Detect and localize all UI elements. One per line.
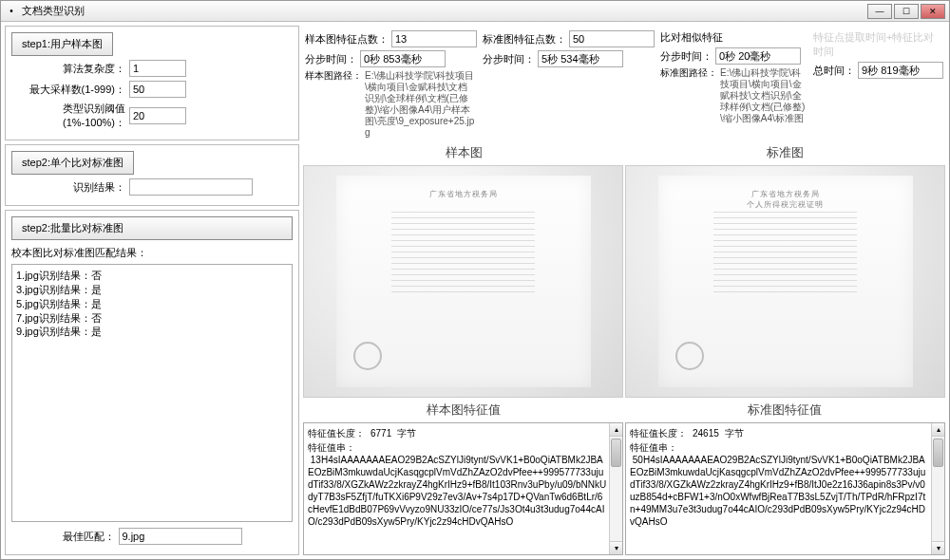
step2-batch-panel: step2:批量比对标准图 校本图比对标准图匹配结果： 1.jpg识别结果：否 …: [5, 210, 299, 555]
scroll-up-icon[interactable]: ▴: [932, 423, 944, 437]
feature-string-label: 特征值串：: [630, 441, 929, 454]
feature-values: 特征值长度： 6771 字节 特征值串： 13H4sIAAAAAAAEAO29B…: [303, 422, 945, 555]
sample-image-preview[interactable]: 广东省地方税务局: [303, 165, 623, 398]
sample-feature-heading: 样本图特征值: [303, 400, 624, 420]
std-step-time-input[interactable]: [538, 50, 623, 67]
step1-user-sample-button[interactable]: step1:用户样本图: [11, 32, 113, 56]
close-button[interactable]: ✕: [921, 4, 945, 19]
scroll-thumb[interactable]: [933, 439, 943, 467]
image-previews: 广东省地方税务局 广东省地方税务局 个人所得税完税证明: [303, 165, 945, 398]
scrollbar[interactable]: ▴ ▾: [609, 423, 622, 554]
sample-path-value: E:\佛山科技学院\科技项目\横向项目\金赋科技\文档识别\全球样例\文档(已修…: [365, 70, 477, 139]
window-controls: — ☐ ✕: [867, 4, 945, 19]
top-info: 样本图特征点数： 分步时间： 样本图路径： E:\佛山科技学院\科技项目\横向项…: [303, 26, 945, 140]
maximize-button[interactable]: ☐: [894, 4, 919, 19]
step2-single-panel: step2:单个比对标准图 识别结果：: [5, 144, 299, 206]
step1-panel: step1:用户样本图 算法复杂度： 最大采样数(1-999)： 类型识别阈值(…: [5, 26, 299, 140]
single-result-input[interactable]: [129, 178, 253, 196]
sample-feature-box[interactable]: 特征值长度： 6771 字节 特征值串： 13H4sIAAAAAAAEAO29B…: [303, 422, 623, 555]
batch-result-label: 校本图比对标准图匹配结果：: [11, 246, 293, 260]
sample-feature-string: 13H4sIAAAAAAAEAO29B2AcSZYlJi9tynt/SvVK1+…: [308, 454, 607, 528]
std-path-label: 标准图路径：: [660, 67, 717, 124]
max-samples-input[interactable]: [129, 81, 186, 98]
left-column: step1:用户样本图 算法复杂度： 最大采样数(1-999)： 类型识别阈值(…: [5, 26, 299, 555]
feature-length-label: 特征值长度：: [308, 427, 365, 439]
app-window: • 文档类型识别 — ☐ ✕ step1:用户样本图 算法复杂度： 最大采样数(…: [0, 0, 950, 560]
sample-doc-title: 广东省地方税务局: [336, 189, 591, 199]
title-bar: • 文档类型识别 — ☐ ✕: [1, 1, 949, 22]
total-time-input[interactable]: [858, 62, 943, 79]
threshold-input[interactable]: [129, 107, 186, 124]
scroll-up-icon[interactable]: ▴: [610, 423, 622, 437]
scrollbar[interactable]: ▴ ▾: [931, 423, 944, 554]
step2-batch-compare-button[interactable]: step2:批量比对标准图: [11, 216, 293, 240]
compare-feature-label: 比对相似特征: [660, 30, 723, 45]
stamp-icon: [353, 342, 382, 370]
window-title: 文档类型识别: [22, 4, 867, 18]
standard-image-preview[interactable]: 广东省地方税务局 个人所得税完税证明: [625, 165, 945, 398]
std-points-input[interactable]: [569, 30, 655, 47]
batch-result-text[interactable]: 1.jpg识别结果：否 3.jpg识别结果：是 5.jpg识别结果：是 7.jp…: [11, 264, 293, 522]
sample-points-input[interactable]: [391, 30, 477, 47]
best-match-label: 最佳匹配：: [63, 530, 115, 544]
sample-image-heading: 样本图: [303, 142, 624, 163]
right-column: 样本图特征点数： 分步时间： 样本图路径： E:\佛山科技学院\科技项目\横向项…: [303, 26, 945, 555]
minimize-button[interactable]: —: [867, 4, 892, 19]
scroll-down-icon[interactable]: ▾: [932, 541, 944, 554]
std-step-time-label: 分步时间：: [483, 52, 535, 66]
std-path-value: E:\佛山科技学院\科技项目\横向项目\金赋科技\文档识别\全球样例\文档(已修…: [720, 67, 808, 124]
feature-length-label: 特征值长度：: [630, 427, 687, 439]
sample-feature-length: 6771: [370, 427, 391, 439]
feature-unit: 字节: [397, 427, 416, 439]
algo-complexity-label: 算法复杂度：: [11, 62, 125, 76]
compare-step-time-input[interactable]: [715, 47, 801, 65]
best-match-input[interactable]: [119, 528, 242, 545]
standard-feature-heading: 标准图特征值: [624, 400, 945, 420]
standard-feature-string: 50H4sIAAAAAAAEAO29B2AcSZYlJi9tynt/SvVK1+…: [630, 454, 929, 528]
app-icon: •: [5, 5, 18, 18]
standard-image-heading: 标准图: [624, 142, 945, 163]
std-points-label: 标准图特征点数：: [483, 32, 566, 47]
step2-single-compare-button[interactable]: step2:单个比对标准图: [11, 151, 134, 175]
single-result-label: 识别结果：: [11, 180, 125, 195]
total-time-label: 总时间：: [813, 64, 855, 78]
scroll-thumb[interactable]: [611, 439, 621, 467]
threshold-label: 类型识别阈值(1%-100%)：: [11, 102, 125, 130]
feature-headings: 样本图特征值 标准图特征值: [303, 400, 945, 420]
sample-path-label: 样本图路径：: [305, 70, 362, 139]
standard-doc-title: 广东省地方税务局 个人所得税完税证明: [658, 189, 913, 210]
content: step1:用户样本图 算法复杂度： 最大采样数(1-999)： 类型识别阈值(…: [1, 22, 949, 559]
standard-feature-length: 24615: [693, 427, 719, 439]
stamp-icon: [675, 342, 704, 370]
sample-step-time-input[interactable]: [360, 50, 446, 67]
compare-step-time-label: 分步时间：: [660, 49, 712, 64]
feature-unit: 字节: [725, 427, 744, 439]
scroll-down-icon[interactable]: ▾: [610, 541, 622, 554]
algo-complexity-input[interactable]: [129, 60, 186, 77]
image-headings: 样本图 标准图: [303, 142, 945, 163]
sample-step-time-label: 分步时间：: [305, 52, 357, 66]
sample-points-label: 样本图特征点数：: [305, 32, 389, 47]
standard-feature-box[interactable]: 特征值长度： 24615 字节 特征值串： 50H4sIAAAAAAAEAO29…: [625, 422, 945, 555]
max-samples-label: 最大采样数(1-999)：: [11, 83, 125, 97]
feature-string-label: 特征值串：: [308, 441, 607, 454]
time-header-label: 特征点提取时间+特征比对时间: [813, 30, 943, 59]
